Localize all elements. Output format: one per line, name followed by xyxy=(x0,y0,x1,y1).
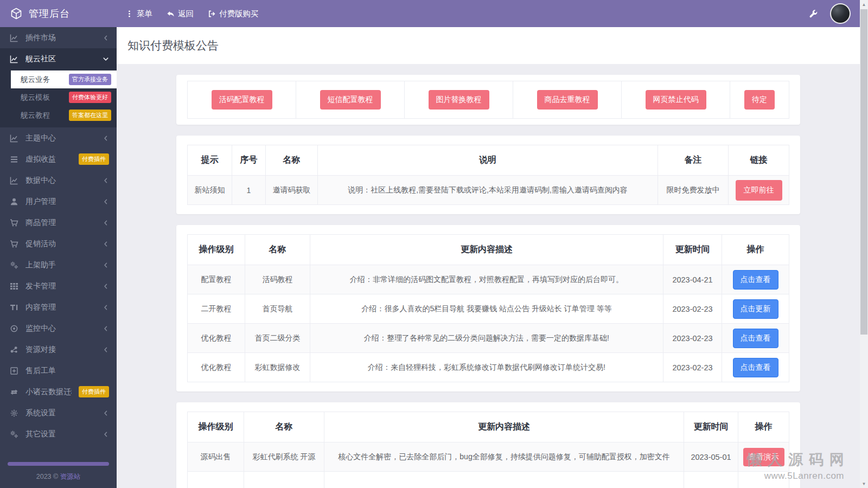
ellipsis-vertical-icon xyxy=(125,10,133,18)
updates-table: 操作级别 名称 更新内容描述 更新时间 操作 配置教程 活码教程 介绍：非常详细… xyxy=(187,234,789,382)
sidebar-item-theme-center[interactable]: 主题中心 xyxy=(0,127,117,149)
nodes-icon xyxy=(10,345,18,354)
chart-line-icon xyxy=(10,55,18,63)
table-row: 二开教程 首页导航 介绍：很多人喜欢的5栏目导航 我要赚钱 站点公告 升级站长 … xyxy=(188,294,789,324)
sidebar-item-xiaozhuyun-migration[interactable]: 小诸云数据迁移 付费插件 xyxy=(0,381,117,402)
sidebar-subitem-jianyun-template[interactable]: 舰云模板 付费体验更好 xyxy=(11,88,117,106)
table-row: 新站须知 1 邀请码获取 说明：社区上线教程,需要登陆下载或评论,本站采用邀请码… xyxy=(188,176,789,205)
sidebar-item-system-settings[interactable]: 系统设置 xyxy=(0,402,117,423)
site-link[interactable]: 资源站 xyxy=(60,473,81,480)
user-icon xyxy=(10,197,18,206)
chart-line-icon xyxy=(10,34,18,42)
table-header-row: 操作级别 名称 更新内容描述 更新时间 操作 xyxy=(188,235,789,265)
buy-paid-version-button[interactable]: 付费版购买 xyxy=(208,9,259,19)
chevron-left-icon xyxy=(103,198,109,205)
chevron-left-icon xyxy=(103,410,109,416)
table-header-row: 提示 序号 名称 说明 备注 链接 xyxy=(188,145,789,176)
reply-arrow-icon xyxy=(167,10,175,18)
grid-icon xyxy=(10,282,18,291)
chevron-left-icon xyxy=(103,431,109,438)
table-row: 配置教程 活码教程 介绍：非常详细的活码图文配置教程，对照教程配置，再填写到对应… xyxy=(188,265,789,294)
sidebar-item-jianyun-community[interactable]: 舰云社区 xyxy=(0,48,117,69)
cube-logo-icon xyxy=(10,7,23,20)
tbd-button[interactable]: 待定 xyxy=(744,90,775,110)
sidebar-item-card-management[interactable]: 发卡管理 xyxy=(0,275,117,297)
scrollbar-up-arrow[interactable]: ▲ xyxy=(860,0,868,9)
sidebar-progress-bar xyxy=(8,462,109,466)
sidebar-item-virtual-income[interactable]: 虚拟收益 付费插件 xyxy=(0,149,117,170)
back-button[interactable]: 返回 xyxy=(167,9,194,19)
sidebar-subitem-jianyun-tutorial[interactable]: 舰云教程 答案都在这里 xyxy=(11,106,117,124)
topbar-right xyxy=(809,3,868,24)
page-header: 知识付费模板公告 xyxy=(117,27,860,64)
badge-answers-here: 答案都在这里 xyxy=(69,110,111,121)
target-icon xyxy=(10,324,18,333)
sidebar-item-listing-assistant[interactable]: 上架助手 xyxy=(0,254,117,275)
chevron-left-icon xyxy=(103,135,109,142)
cart-icon xyxy=(10,240,18,248)
main-area: 知识付费模板公告 活码配置教程 短信配置教程 图片替换教程 商品去重教程 网页禁… xyxy=(117,27,860,488)
updates-card: 操作级别 名称 更新内容描述 更新时间 操作 配置教程 活码教程 介绍：非常详细… xyxy=(176,225,800,391)
scrollbar-down-arrow[interactable]: ▼ xyxy=(860,479,868,488)
livecode-tutorial-button[interactable]: 活码配置教程 xyxy=(212,90,272,110)
table-header-row: 操作级别 名称 更新内容描述 更新时间 操作 xyxy=(188,412,789,442)
chart-line-icon xyxy=(10,134,18,143)
sidebar-item-content-management[interactable]: 内容管理 xyxy=(0,297,117,318)
go-now-button[interactable]: 立即前往 xyxy=(736,180,782,201)
update-button[interactable]: 点击更新 xyxy=(733,299,778,319)
page-title: 知识付费模板公告 xyxy=(127,38,219,53)
table-row: 源码出售 彩虹代刷系统 开源 核心文件全解密，已去除全部后门，bug全部修复，持… xyxy=(188,442,789,472)
avatar[interactable] xyxy=(830,3,851,24)
view-button[interactable]: 点击查看 xyxy=(733,329,778,348)
source-sale-table: 操作级别 名称 更新内容描述 更新时间 操作 源码出售 彩虹代刷系统 开源 核心… xyxy=(187,412,789,488)
chevron-left-icon xyxy=(103,220,109,226)
sidebar-item-user-management[interactable]: 用户管理 xyxy=(0,191,117,212)
sidebar-item-plugin-market[interactable]: 插件市场 xyxy=(0,27,117,48)
sidebar-submenu: 舰云业务 官方承接业务 舰云模板 付费体验更好 舰云教程 答案都在这里 xyxy=(0,69,117,127)
exchange-icon xyxy=(10,388,18,396)
sidebar-subitem-jianyun-business[interactable]: 舰云业务 官方承接业务 xyxy=(11,70,117,88)
list-icon xyxy=(10,155,18,164)
forbid-code-button[interactable]: 网页禁止代码 xyxy=(646,90,706,110)
image-replace-tutorial-button[interactable]: 图片替换教程 xyxy=(429,90,489,110)
chevron-left-icon xyxy=(103,283,109,290)
content: 活码配置教程 短信配置教程 图片替换教程 商品去重教程 网页禁止代码 待定 提示… xyxy=(117,64,860,488)
gear-icon xyxy=(10,409,18,418)
menu-toggle-button[interactable]: 菜单 xyxy=(125,9,152,19)
sidebar-item-resource-docking[interactable]: 资源对接 xyxy=(0,339,117,360)
table-row: 优化教程 首页二级分类 介绍：整理了各种常见的二级分类问题解决方法，需要一定的数… xyxy=(188,324,789,353)
sidebar-item-data-center[interactable]: 数据中心 xyxy=(0,170,117,191)
sidebar: 插件市场 舰云社区 舰云业务 官方承接业务 舰云模板 付费体验更好 舰云教程 答… xyxy=(0,27,117,488)
sidebar-item-product-management[interactable]: 商品管理 xyxy=(0,212,117,233)
chevron-left-icon xyxy=(103,35,109,41)
badge-paid-plugin: 付费插件 xyxy=(79,153,109,165)
sign-out-icon xyxy=(208,10,216,18)
sms-tutorial-button[interactable]: 短信配置教程 xyxy=(320,90,381,110)
quick-links-row: 活码配置教程 短信配置教程 图片替换教程 商品去重教程 网页禁止代码 待定 xyxy=(187,81,789,119)
cogs-icon xyxy=(10,261,18,269)
cart-icon xyxy=(10,219,18,227)
view-demo-button[interactable]: 查看演示 xyxy=(743,448,784,466)
topbar-menu: 菜单 返回 付费版购买 xyxy=(117,9,259,19)
chevron-left-icon xyxy=(103,262,109,268)
dedup-tutorial-button[interactable]: 商品去重教程 xyxy=(537,90,598,110)
chevron-down-icon xyxy=(103,56,109,62)
scrollbar[interactable]: ▲ ▼ xyxy=(860,0,868,488)
wrench-icon[interactable] xyxy=(809,9,818,18)
sidebar-item-other-settings[interactable]: 其它设置 xyxy=(0,423,117,445)
chevron-left-icon xyxy=(103,177,109,184)
chevron-left-icon xyxy=(103,241,109,247)
chevron-left-icon xyxy=(103,304,109,311)
sidebar-group-jianyun: 舰云社区 舰云业务 官方承接业务 舰云模板 付费体验更好 舰云教程 答案都在这里 xyxy=(0,48,117,127)
sidebar-item-promotions[interactable]: 促销活动 xyxy=(0,233,117,254)
quick-links-card: 活码配置教程 短信配置教程 图片替换教程 商品去重教程 网页禁止代码 待定 xyxy=(176,75,800,125)
chart-line-icon xyxy=(10,176,18,185)
view-button[interactable]: 点击查看 xyxy=(733,270,778,290)
table-row: 优化教程 彩虹数据修改 介绍：来自轻狸科技，彩虹系统修改订单数据代刷网修改订单统… xyxy=(188,353,789,382)
chevron-left-icon xyxy=(103,325,109,332)
notice-table: 提示 序号 名称 说明 备注 链接 新站须知 1 邀请码获取 说明：社区上线教程… xyxy=(187,145,789,205)
view-button[interactable]: 点击查看 xyxy=(733,358,778,377)
scrollbar-thumb[interactable] xyxy=(860,9,867,335)
sidebar-item-aftersales-tickets[interactable]: 售后工单 xyxy=(0,360,117,381)
sidebar-item-monitoring-center[interactable]: 监控中心 xyxy=(0,318,117,339)
